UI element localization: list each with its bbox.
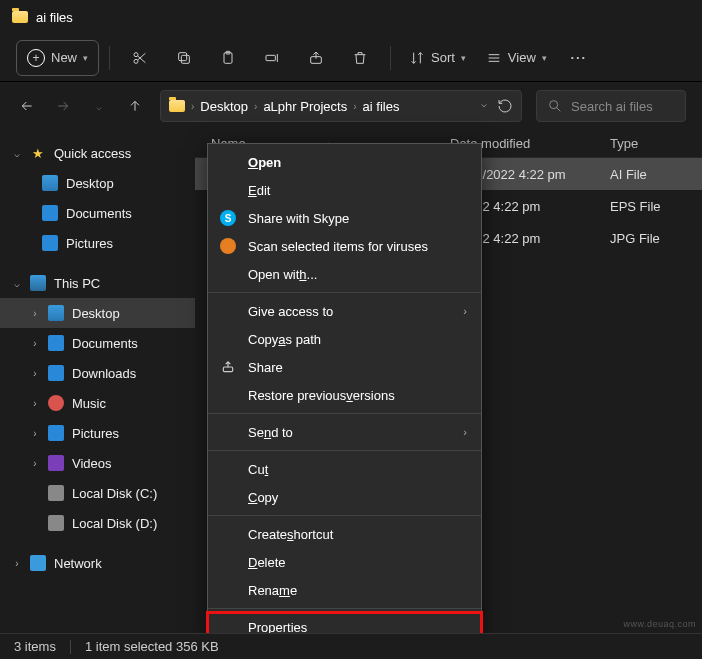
videos-icon [48, 455, 64, 471]
nav-network[interactable]: ›Network [0, 548, 195, 578]
pictures-icon [42, 235, 58, 251]
svg-rect-5 [179, 52, 187, 60]
nav-row: ⌵ › Desktop › aLphr Projects › ai files … [0, 82, 702, 130]
share-button[interactable] [296, 40, 336, 76]
nav-pc-downloads[interactable]: ›Downloads [0, 358, 195, 388]
music-icon [48, 395, 64, 411]
skype-icon: S [220, 210, 236, 226]
address-bar[interactable]: › Desktop › aLphr Projects › ai files ⌵ [160, 90, 522, 122]
ctx-copy[interactable]: Copy [208, 483, 481, 511]
arrow-right-icon [55, 98, 71, 114]
nav-pictures[interactable]: Pictures [0, 228, 195, 258]
nav-desktop[interactable]: Desktop [0, 168, 195, 198]
scissors-icon [132, 50, 148, 66]
desktop-icon [42, 175, 58, 191]
separator [70, 640, 71, 654]
ctx-share[interactable]: Share [208, 353, 481, 381]
toolbar: + New ▾ Sort ▾ View ▾ ··· [0, 34, 702, 82]
ctx-rename[interactable]: Rename [208, 576, 481, 604]
quick-access-label: Quick access [54, 146, 131, 161]
ctx-cut[interactable]: Cut [208, 455, 481, 483]
chevron-down-icon[interactable]: ⌵ [481, 98, 487, 114]
chevron-down-icon: ▾ [542, 53, 547, 63]
new-label: New [51, 50, 77, 65]
share-icon [220, 359, 236, 375]
forward-button[interactable] [52, 95, 74, 117]
nav-pc-music[interactable]: ›Music [0, 388, 195, 418]
ctx-shortcut[interactable]: Create shortcut [208, 520, 481, 548]
clipboard-icon [220, 50, 236, 66]
nav-pc-disk-d[interactable]: Local Disk (D:) [0, 508, 195, 538]
file-list: Name▴ Date modified Type PsIcon 02/04/20… [195, 130, 702, 633]
svg-point-1 [134, 59, 138, 63]
search-placeholder: Search ai files [571, 99, 653, 114]
refresh-icon[interactable] [497, 98, 513, 114]
breadcrumb-item[interactable]: ai files [363, 99, 400, 114]
nav-pc-desktop[interactable]: ›Desktop [0, 298, 195, 328]
up-button[interactable] [124, 95, 146, 117]
ctx-delete[interactable]: Delete [208, 548, 481, 576]
separator [390, 46, 391, 70]
new-button[interactable]: + New ▾ [16, 40, 99, 76]
delete-button[interactable] [340, 40, 380, 76]
ctx-skype[interactable]: SShare with Skype [208, 204, 481, 232]
status-selection: 1 item selected 356 KB [85, 639, 219, 654]
list-icon [486, 50, 502, 66]
this-pc[interactable]: ⌵This PC [0, 268, 195, 298]
col-type[interactable]: Type [610, 136, 692, 151]
nav-pc-videos[interactable]: ›Videos [0, 448, 195, 478]
rename-icon [264, 50, 280, 66]
nav-pc-documents[interactable]: ›Documents [0, 328, 195, 358]
ctx-restore[interactable]: Restore previous versions [208, 381, 481, 409]
chevron-right-icon: › [254, 101, 257, 112]
star-icon: ★ [30, 145, 46, 161]
svg-rect-16 [223, 367, 232, 372]
view-button[interactable]: View ▾ [478, 40, 555, 76]
rename-button[interactable] [252, 40, 292, 76]
quick-access[interactable]: ⌵★Quick access [0, 138, 195, 168]
ctx-giveaccess[interactable]: Give access to› [208, 297, 481, 325]
pictures-icon [48, 425, 64, 441]
separator [208, 413, 481, 414]
chevron-right-icon: › [463, 305, 467, 317]
ctx-openwith[interactable]: Open with... [208, 260, 481, 288]
sort-button[interactable]: Sort ▾ [401, 40, 474, 76]
sort-icon [409, 50, 425, 66]
nav-pc-pictures[interactable]: ›Pictures [0, 418, 195, 448]
status-bar: 3 items 1 item selected 356 KB [0, 633, 702, 659]
ctx-copypath[interactable]: Copy as path [208, 325, 481, 353]
more-button[interactable]: ··· [559, 40, 599, 76]
search-box[interactable]: Search ai files [536, 90, 686, 122]
ctx-open[interactable]: Open [208, 148, 481, 176]
breadcrumb-item[interactable]: Desktop [200, 99, 248, 114]
chevron-right-icon: › [353, 101, 356, 112]
breadcrumb-item[interactable]: aLphr Projects [263, 99, 347, 114]
recent-button[interactable]: ⌵ [88, 95, 110, 117]
desktop-icon [48, 305, 64, 321]
arrow-up-icon [127, 98, 143, 114]
paste-button[interactable] [208, 40, 248, 76]
share-icon [308, 50, 324, 66]
status-count: 3 items [14, 639, 56, 654]
separator [208, 515, 481, 516]
chevron-right-icon: › [191, 101, 194, 112]
copy-icon [176, 50, 192, 66]
svg-rect-8 [266, 55, 275, 60]
ctx-sendto[interactable]: Send to› [208, 418, 481, 446]
nav-documents[interactable]: Documents [0, 198, 195, 228]
nav-tree: ⌵★Quick access Desktop Documents Picture… [0, 130, 195, 633]
title-bar: ai files [0, 0, 702, 34]
svg-line-15 [557, 108, 561, 112]
back-button[interactable] [16, 95, 38, 117]
disk-icon [48, 485, 64, 501]
cut-button[interactable] [120, 40, 160, 76]
disk-icon [48, 515, 64, 531]
folder-icon [12, 11, 28, 23]
arrow-left-icon [19, 98, 35, 114]
nav-pc-disk-c[interactable]: Local Disk (C:) [0, 478, 195, 508]
trash-icon [352, 50, 368, 66]
ctx-edit[interactable]: Edit [208, 176, 481, 204]
copy-button[interactable] [164, 40, 204, 76]
ctx-scan[interactable]: Scan selected items for viruses [208, 232, 481, 260]
separator [208, 292, 481, 293]
